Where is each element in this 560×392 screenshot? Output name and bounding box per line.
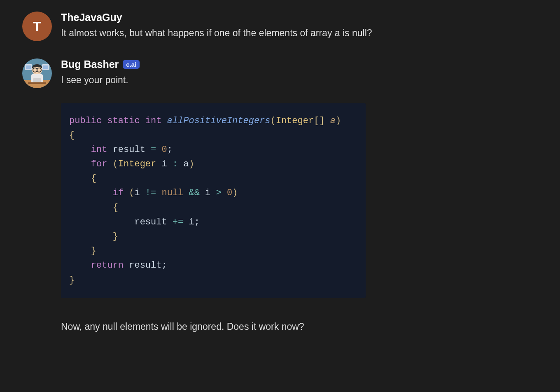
bot-badge: c.ai (123, 60, 140, 69)
avatar-illustration-icon (22, 58, 52, 88)
message-header: TheJavaGuy (61, 12, 538, 23)
message-paragraph: Now, any null elements will be ignored. … (61, 320, 538, 334)
message-header: Bug Basher c.ai (61, 58, 538, 70)
svg-rect-4 (26, 65, 31, 69)
code-keyword: int (145, 116, 162, 126)
username[interactable]: TheJavaGuy (61, 12, 122, 23)
code-keyword: public (69, 116, 102, 126)
message-text: It almost works, but what happens if one… (61, 26, 538, 40)
avatar-letter: T (22, 12, 52, 41)
chat-message: T TheJavaGuy It almost works, but what h… (22, 12, 538, 41)
code-type: Integer (276, 116, 314, 126)
code-function: allPositiveIntegers (167, 116, 271, 126)
message-body: TheJavaGuy It almost works, but what hap… (61, 12, 538, 41)
message-text: I see your point. public static int allP… (61, 73, 538, 334)
code-block[interactable]: public static int allPositiveIntegers(In… (61, 103, 366, 298)
code-var: a (330, 116, 336, 126)
message-paragraph: It almost works, but what happens if one… (61, 26, 538, 40)
message-body: Bug Basher c.ai I see your point. public… (61, 58, 538, 334)
code-keyword: static (107, 116, 140, 126)
message-paragraph: I see your point. (61, 73, 538, 87)
chat-message: Bug Basher c.ai I see your point. public… (22, 58, 538, 334)
username[interactable]: Bug Basher (61, 58, 119, 70)
svg-rect-13 (28, 82, 46, 84)
avatar[interactable]: T (22, 12, 52, 41)
svg-rect-6 (43, 65, 48, 69)
avatar[interactable] (22, 58, 52, 88)
